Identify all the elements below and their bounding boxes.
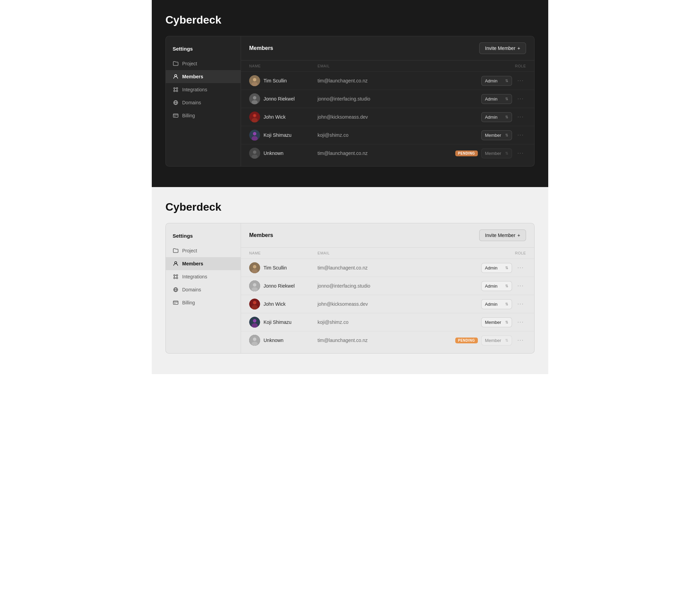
- member-name-cell-john-light: John Wick: [249, 299, 318, 309]
- role-select-jonno-light[interactable]: Admin ⇅: [481, 281, 512, 291]
- role-select-koji-dark[interactable]: Member ⇅: [481, 130, 512, 140]
- role-label-jonno-dark: Admin: [485, 96, 498, 102]
- member-email-unknown-light: tim@launchagent.co.nz: [318, 338, 455, 343]
- svg-point-27: [176, 277, 178, 279]
- svg-point-34: [253, 283, 256, 287]
- person-icon: [173, 74, 179, 80]
- integrations-icon: [173, 87, 179, 93]
- more-button-jonno-light[interactable]: ···: [515, 281, 526, 290]
- sidebar-item-billing-label-light: Billing: [182, 300, 195, 305]
- role-cell-koji-dark: Member ⇅ ···: [465, 130, 526, 140]
- svg-point-18: [253, 132, 256, 135]
- table-row: Unknown tim@launchagent.co.nz PENDING Me…: [241, 331, 534, 349]
- person-icon-light: [173, 261, 179, 267]
- role-select-unknown-light[interactable]: Member ⇅: [481, 335, 512, 345]
- avatar-koji-light: [249, 317, 260, 328]
- members-table-light: NAME EMAIL ROLE Tim Scullin tim@launchag…: [241, 248, 534, 353]
- member-email-john-light: john@kicksomeass.dev: [318, 301, 465, 307]
- role-label-unknown-light: Member: [485, 338, 501, 343]
- folder-icon: [173, 61, 179, 67]
- sidebar-item-project[interactable]: Project: [166, 57, 241, 70]
- role-label-koji-light: Member: [485, 320, 501, 325]
- chevron-updown-tim-light: ⇅: [505, 266, 508, 270]
- role-label-tim-dark: Admin: [485, 78, 498, 83]
- col-name-header-dark: NAME: [249, 64, 318, 68]
- member-name-cell-koji-light: Koji Shimazu: [249, 317, 318, 328]
- more-button-tim-light[interactable]: ···: [515, 263, 526, 272]
- role-cell-john-light: Admin ⇅ ···: [465, 299, 526, 309]
- sidebar-item-domains-light[interactable]: Domains: [166, 283, 241, 296]
- svg-point-37: [253, 301, 256, 304]
- main-content-dark: Members Invite Member + NAME EMAIL ROLE: [241, 36, 534, 166]
- role-select-john-light[interactable]: Admin ⇅: [481, 299, 512, 309]
- sidebar-item-domains-label-light: Domains: [182, 287, 201, 292]
- sidebar-item-members-light[interactable]: Members: [166, 257, 241, 270]
- role-label-unknown-dark: Member: [485, 151, 501, 156]
- avatar-john-dark: [249, 111, 260, 122]
- sidebar-item-billing-label: Billing: [182, 113, 195, 118]
- table-row: Unknown tim@launchagent.co.nz PENDING Me…: [241, 144, 534, 162]
- role-select-tim-light[interactable]: Admin ⇅: [481, 263, 512, 273]
- avatar-john-light: [249, 299, 260, 309]
- role-select-jonno-dark[interactable]: Admin ⇅: [481, 94, 512, 104]
- table-row: Koji Shimazu koji@shimz.co Member ⇅ ···: [241, 313, 534, 331]
- svg-point-40: [253, 319, 256, 322]
- avatar-unknown-dark: [249, 148, 260, 159]
- role-cell-koji-light: Member ⇅ ···: [465, 317, 526, 327]
- sidebar-item-billing-light[interactable]: Billing: [166, 296, 241, 309]
- chevron-updown-jonno-dark: ⇅: [505, 97, 508, 101]
- member-name-john-light: John Wick: [264, 301, 286, 307]
- member-email-tim-light: tim@launchagent.co.nz: [318, 265, 465, 271]
- more-button-koji-light[interactable]: ···: [515, 318, 526, 327]
- role-select-tim-dark[interactable]: Admin ⇅: [481, 76, 512, 86]
- role-select-koji-light[interactable]: Member ⇅: [481, 317, 512, 327]
- role-cell-tim-dark: Admin ⇅ ···: [465, 76, 526, 86]
- svg-point-3: [174, 90, 175, 92]
- member-name-cell-tim-light: Tim Scullin: [249, 262, 318, 273]
- sidebar-item-integrations[interactable]: Integrations: [166, 83, 241, 96]
- avatar-unknown-light: [249, 335, 260, 346]
- avatar-koji-dark: [249, 130, 260, 141]
- app-title-light: Cyberdeck: [165, 201, 535, 213]
- sidebar-item-domains[interactable]: Domains: [166, 96, 241, 109]
- chevron-updown-unknown-dark: ⇅: [505, 151, 508, 156]
- folder-icon-light: [173, 248, 179, 254]
- sidebar-dark: Settings Project Members: [166, 36, 241, 166]
- sidebar-item-members[interactable]: Members: [166, 70, 241, 83]
- more-button-john-light[interactable]: ···: [515, 300, 526, 308]
- svg-rect-29: [173, 301, 178, 304]
- sidebar-header-dark: Settings: [166, 43, 241, 57]
- table-row: Jonno Riekwel jonno@interfacing.studio A…: [241, 277, 534, 295]
- sidebar-item-project-light[interactable]: Project: [166, 244, 241, 257]
- invite-member-button-dark[interactable]: Invite Member +: [479, 42, 526, 54]
- col-name-header-light: NAME: [249, 251, 318, 255]
- members-heading-light: Members: [249, 232, 273, 238]
- sidebar-item-domains-label: Domains: [182, 100, 201, 105]
- more-button-unknown-dark[interactable]: ···: [515, 149, 526, 158]
- more-button-jonno-dark[interactable]: ···: [515, 94, 526, 103]
- member-name-koji-light: Koji Shimazu: [264, 319, 292, 325]
- role-select-unknown-dark[interactable]: Member ⇅: [481, 148, 512, 158]
- sidebar-item-billing[interactable]: Billing: [166, 109, 241, 122]
- sidebar-item-members-label-light: Members: [182, 261, 203, 266]
- invite-member-button-light[interactable]: Invite Member +: [479, 229, 526, 241]
- chevron-updown-koji-dark: ⇅: [505, 133, 508, 137]
- members-heading-dark: Members: [249, 45, 273, 51]
- sidebar-item-integrations-light[interactable]: Integrations: [166, 270, 241, 283]
- member-name-unknown-light: Unknown: [264, 338, 283, 343]
- more-button-unknown-light[interactable]: ···: [515, 336, 526, 345]
- member-email-koji-light: koji@shimz.co: [318, 319, 465, 325]
- member-name-tim-dark: Tim Scullin: [264, 78, 287, 83]
- role-cell-tim-light: Admin ⇅ ···: [465, 263, 526, 273]
- svg-point-12: [252, 100, 258, 104]
- more-button-koji-dark[interactable]: ···: [515, 131, 526, 140]
- member-name-cell-jonno-light: Jonno Riekwel: [249, 280, 318, 291]
- svg-point-31: [253, 265, 256, 268]
- more-button-tim-dark[interactable]: ···: [515, 76, 526, 85]
- role-select-john-dark[interactable]: Admin ⇅: [481, 112, 512, 122]
- chevron-updown-tim-dark: ⇅: [505, 79, 508, 83]
- svg-point-4: [176, 90, 178, 92]
- svg-point-9: [252, 82, 258, 86]
- more-button-john-dark[interactable]: ···: [515, 113, 526, 121]
- avatar-tim-dark: [249, 75, 260, 86]
